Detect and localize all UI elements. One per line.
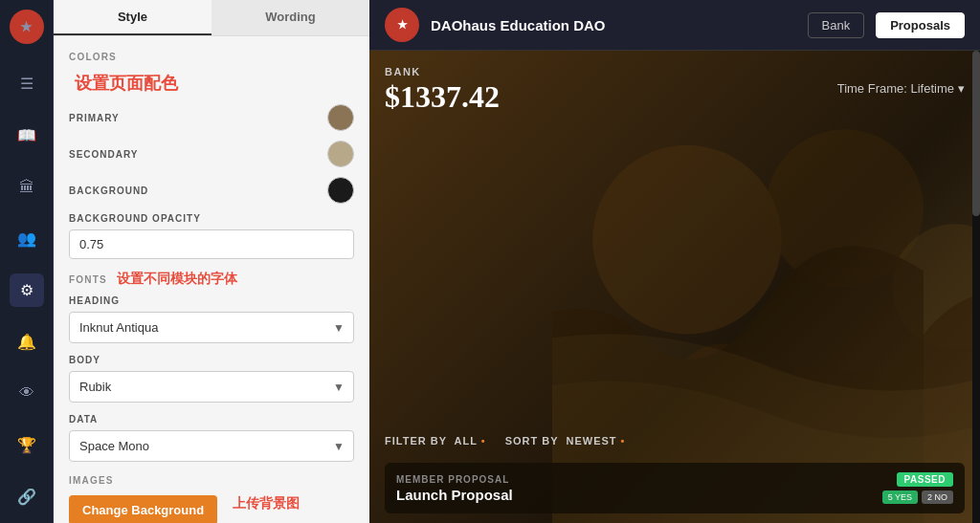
color-row-secondary: SECONDARY: [69, 141, 354, 167]
main-content: ★ DAOhaus Education DAO Bank Proposals: [369, 0, 980, 523]
body-font-select[interactable]: Rubik Roboto Open Sans Arial: [69, 371, 354, 403]
proposal-card-content: MEMBER PROPOSAL Launch Proposal: [396, 474, 513, 503]
images-section-label: IMAGES: [69, 475, 354, 486]
sidebar-item-cup[interactable]: 🏆: [10, 427, 44, 462]
color-row-primary: PRIMARY: [69, 104, 354, 131]
yes-votes-badge: 5 YES: [882, 490, 918, 504]
color-row-background: BACKGROUND: [69, 177, 354, 204]
sidebar-item-people[interactable]: 👥: [10, 222, 44, 256]
sidebar-item-bell[interactable]: 🔔: [10, 324, 44, 359]
filter-bar: FILTER BY ALL • SORT BY NEWEST •: [385, 435, 965, 447]
passed-badge: PASSED: [897, 472, 953, 487]
tab-style[interactable]: Style: [54, 0, 212, 35]
left-sidebar: ★ ☰ 📖 🏛 👥 ⚙ 🔔 👁 🏆 🔗: [0, 0, 54, 523]
sidebar-item-menu[interactable]: ☰: [10, 67, 44, 101]
data-font-select[interactable]: Space Mono Courier New Roboto Mono: [69, 430, 354, 462]
sidebar-item-eye[interactable]: 👁: [10, 376, 44, 410]
heading-font-select-wrapper: Inknut Antiqua Roboto Open Sans Lato ▼: [69, 312, 354, 343]
vote-badges: 5 YES 2 NO: [882, 490, 953, 504]
fonts-header-row: FONTS 设置不同模块的字体: [69, 271, 354, 288]
time-frame-selector[interactable]: Time Frame: Lifetime ▾: [837, 81, 965, 96]
sort-dot-icon: •: [621, 435, 626, 447]
dao-logo-text: ★: [397, 18, 408, 32]
proposal-type-label: MEMBER PROPOSAL: [396, 474, 513, 485]
bank-nav-button[interactable]: Bank: [808, 12, 865, 38]
primary-color-label: PRIMARY: [69, 113, 120, 123]
style-panel: Style Wording COLORS 设置页面配色 PRIMARY SECO…: [54, 0, 369, 523]
body-label: BODY: [69, 355, 354, 365]
body-font-select-wrapper: Rubik Roboto Open Sans Arial ▼: [69, 371, 354, 403]
svg-point-4: [593, 145, 783, 335]
panel-body: COLORS 设置页面配色 PRIMARY SECONDARY BACKGROU…: [54, 36, 369, 523]
proposal-card-actions: PASSED 5 YES 2 NO: [875, 472, 953, 504]
filter-value: ALL: [455, 435, 478, 447]
sidebar-item-settings[interactable]: ⚙: [10, 273, 44, 308]
heading-font-select[interactable]: Inknut Antiqua Roboto Open Sans Lato: [69, 312, 354, 343]
filter-by-control[interactable]: FILTER BY ALL •: [385, 435, 486, 447]
background-color-label: BACKGROUND: [69, 185, 148, 196]
dao-name: DAOhaus Education DAO: [431, 17, 796, 33]
scrollbar-thumb[interactable]: [972, 51, 980, 216]
fonts-section-label: FONTS: [69, 274, 107, 285]
bg-opacity-label: BACKGROUND OPACITY: [69, 213, 354, 224]
dao-logo: ★: [385, 8, 419, 42]
colors-annotation: 设置页面配色: [75, 74, 178, 93]
images-row: Change Background 上传背景图: [69, 495, 354, 523]
data-label: DATA: [69, 414, 354, 425]
filter-label: FILTER BY: [385, 435, 447, 447]
upload-annotation: 上传背景图: [233, 495, 300, 512]
panel-tabs: Style Wording: [54, 0, 369, 36]
bank-label: BANK: [385, 66, 965, 77]
app-logo[interactable]: ★: [10, 10, 44, 44]
fonts-annotation: 设置不同模块的字体: [117, 271, 237, 288]
sort-label: SORT BY: [505, 435, 559, 447]
background-color-swatch[interactable]: [327, 177, 354, 204]
banner-bg-svg: [552, 51, 980, 523]
data-font-select-wrapper: Space Mono Courier New Roboto Mono ▼: [69, 430, 354, 462]
bank-info-section: BANK $1337.42 Time Frame: Lifetime ▾: [385, 66, 965, 115]
images-section: IMAGES Change Background 上传背景图: [69, 475, 354, 523]
dao-content: BANK $1337.42 Time Frame: Lifetime ▾ FIL…: [369, 51, 980, 523]
proposal-title: Launch Proposal: [396, 487, 513, 503]
secondary-color-swatch[interactable]: [327, 141, 354, 167]
tab-wording[interactable]: Wording: [212, 0, 369, 35]
sidebar-item-link[interactable]: 🔗: [10, 479, 44, 513]
filter-dot-icon: •: [481, 435, 486, 447]
time-frame-chevron-icon: ▾: [958, 81, 965, 96]
bg-opacity-group: BACKGROUND OPACITY: [69, 213, 354, 259]
heading-label: HEADING: [69, 295, 354, 306]
primary-color-swatch[interactable]: [327, 104, 354, 131]
sidebar-item-bank[interactable]: 🏛: [10, 170, 44, 205]
time-frame-text: Time Frame: Lifetime: [837, 81, 954, 96]
secondary-color-label: SECONDARY: [69, 149, 139, 160]
dao-header: ★ DAOhaus Education DAO Bank Proposals: [369, 0, 980, 51]
colors-section-label: COLORS: [69, 52, 354, 62]
change-background-button[interactable]: Change Background: [69, 495, 217, 523]
sort-value: NEWEST: [566, 435, 616, 447]
scrollbar-track[interactable]: [972, 51, 980, 523]
proposals-nav-button[interactable]: Proposals: [876, 12, 965, 38]
dao-banner: BANK $1337.42 Time Frame: Lifetime ▾ FIL…: [369, 51, 980, 523]
bg-opacity-input[interactable]: [69, 229, 354, 259]
proposal-card[interactable]: MEMBER PROPOSAL Launch Proposal PASSED 5…: [385, 463, 965, 513]
sidebar-item-book[interactable]: 📖: [10, 119, 44, 153]
no-votes-badge: 2 NO: [922, 490, 953, 504]
sort-by-control[interactable]: SORT BY NEWEST •: [505, 435, 626, 447]
logo-text: ★: [20, 19, 33, 34]
